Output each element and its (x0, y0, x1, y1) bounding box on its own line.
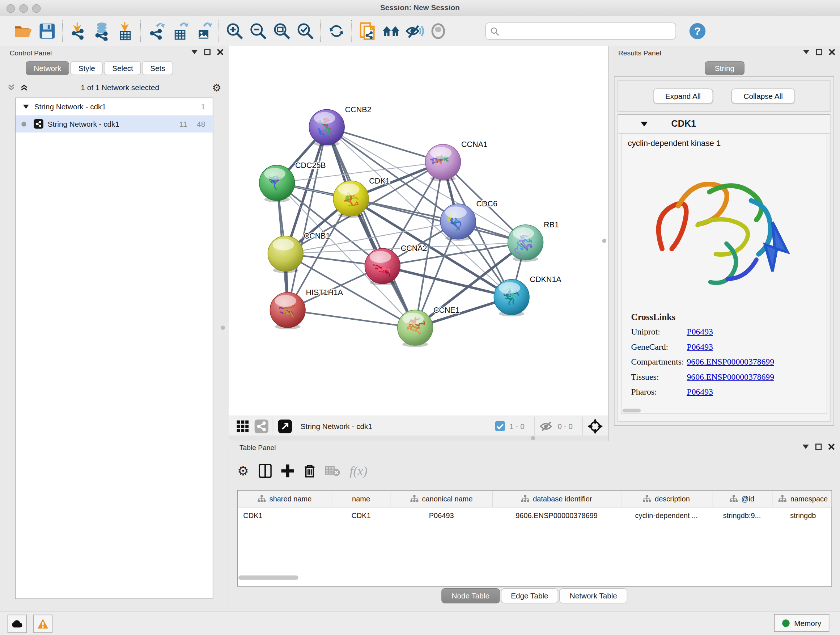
column-header[interactable]: name (332, 491, 391, 507)
birds-eye-toggle-icon[interactable] (588, 418, 603, 433)
column-header[interactable]: description (621, 491, 712, 507)
crosslink-link[interactable]: 9606.ENSP00000378699 (687, 357, 774, 367)
collapse-all-button[interactable]: Collapse All (731, 88, 795, 103)
help-icon[interactable]: ? (686, 19, 709, 43)
column-header[interactable]: @id (712, 491, 772, 507)
export-image-icon[interactable] (192, 19, 215, 43)
splitter-handle[interactable] (531, 436, 535, 440)
search-input[interactable] (499, 27, 671, 35)
cell-namespace[interactable]: stringdb (772, 507, 832, 524)
crosslink-link[interactable]: P06493 (687, 342, 713, 352)
horizontal-splitter[interactable] (229, 435, 608, 441)
cell-id[interactable]: stringdb:9... (712, 507, 772, 524)
memory-button[interactable]: Memory (774, 614, 829, 632)
tab-style[interactable]: Style (71, 61, 103, 75)
right-splitter-handle[interactable] (602, 239, 606, 243)
status-separator (583, 416, 584, 435)
selected-checkbox-icon[interactable] (495, 421, 505, 431)
export-network-icon[interactable] (145, 19, 168, 43)
grid-view-icon[interactable] (236, 420, 249, 432)
results-horizontal-scrollbar[interactable] (622, 409, 641, 412)
copy-document-icon[interactable] (355, 19, 379, 43)
tab-network-table[interactable]: Network Table (560, 588, 627, 603)
cell-name[interactable]: CDK1 (332, 507, 391, 524)
hidden-eye-icon[interactable] (539, 421, 554, 432)
float-panel-icon[interactable] (204, 49, 210, 55)
node-label-cdkn1a: CDKN1A (530, 275, 562, 284)
close-panel-icon[interactable] (828, 443, 835, 450)
close-panel-icon[interactable] (217, 49, 224, 55)
entry-collapse-icon[interactable] (641, 122, 647, 126)
node-cdc6[interactable]: CDC6 (440, 200, 497, 241)
open-session-icon[interactable] (12, 19, 35, 43)
crosslink-link[interactable]: P06493 (687, 387, 713, 397)
collapse-panel-icon[interactable] (803, 50, 810, 54)
network-collection-row[interactable]: String Network - cdk1 1 (16, 98, 213, 115)
node-ccnb2[interactable]: CCNB2 (309, 105, 371, 147)
network-share-view-icon[interactable] (254, 419, 268, 433)
save-session-icon[interactable] (35, 19, 59, 43)
delete-column-icon[interactable] (303, 464, 316, 478)
tab-node-table[interactable]: Node Table (441, 588, 500, 603)
zoom-out-icon[interactable] (246, 19, 270, 43)
cell-database-identifier[interactable]: 9606.ENSP00000378699 (493, 507, 621, 524)
gene-entry-header[interactable]: CDK1 (618, 115, 830, 134)
cell-description[interactable]: cyclin-dependent ... (621, 507, 712, 524)
tree-expand-icon[interactable] (23, 105, 29, 109)
column-header[interactable]: shared name (238, 491, 332, 507)
crosslink-link[interactable]: 9606.ENSP00000378699 (687, 372, 774, 382)
node-hist1h1a[interactable]: HIST1H1A (270, 288, 343, 329)
zoom-fit-icon[interactable] (270, 19, 294, 43)
network-row-selected[interactable]: String Network - cdk1 11 48 (16, 116, 213, 133)
left-splitter-handle[interactable] (221, 325, 225, 330)
import-network-icon[interactable] (66, 19, 90, 43)
node-ccne1[interactable]: CCNE1 (398, 306, 460, 347)
cell-canonical-name[interactable]: P06493 (391, 507, 493, 524)
tab-select[interactable]: Select (104, 61, 141, 75)
node-rb1[interactable]: RB1 (508, 220, 559, 262)
table-row[interactable]: CDK1 CDK1 P06493 9606.ENSP00000378699 cy… (238, 507, 832, 524)
cloud-status-button[interactable] (8, 615, 27, 633)
show-hide-graphics-icon[interactable] (403, 19, 426, 43)
main-toolbar: ? (0, 16, 840, 46)
home-networks-icon[interactable] (379, 19, 403, 43)
column-visibility-icon[interactable] (259, 464, 272, 478)
add-column-icon[interactable] (281, 464, 294, 478)
column-header[interactable]: database identifier (493, 491, 621, 507)
detach-view-icon[interactable] (278, 419, 292, 433)
zoom-in-icon[interactable] (223, 19, 246, 43)
table-horizontal-scrollbar[interactable] (238, 576, 298, 580)
collapse-panel-icon[interactable] (802, 445, 809, 449)
expand-all-networks-icon[interactable] (20, 84, 28, 91)
column-header[interactable]: namespace (772, 491, 832, 507)
tab-network[interactable]: Network (26, 61, 69, 75)
title-bar: Session: New Session (0, 0, 840, 17)
tab-sets[interactable]: Sets (142, 61, 173, 75)
import-table-icon[interactable] (114, 19, 137, 43)
warnings-button[interactable] (33, 615, 52, 633)
float-panel-icon[interactable] (815, 443, 822, 450)
tab-edge-table[interactable]: Edge Table (501, 588, 559, 603)
network-canvas[interactable]: CCNB2CCNA1CDC25BCDK1CDC6RB1CCNB1CCNA2CDK… (229, 46, 608, 416)
zoom-selected-icon[interactable] (294, 19, 317, 43)
export-table-icon[interactable] (168, 19, 192, 43)
node-cdkn1a[interactable]: CDKN1A (494, 275, 561, 317)
network-selection-summary: 1 of 1 Network selected (28, 83, 212, 92)
close-panel-icon[interactable] (829, 49, 835, 55)
node-label-ccnb2: CCNB2 (345, 105, 371, 114)
crosslink-link[interactable]: P06493 (687, 327, 713, 337)
search-field[interactable] (485, 22, 676, 40)
node-ccna2[interactable]: CCNA2 (365, 244, 427, 285)
refresh-icon[interactable] (325, 19, 348, 43)
network-options-gear-icon[interactable]: ⚙ (212, 81, 221, 93)
preview-eye-icon[interactable] (426, 19, 450, 43)
expand-all-button[interactable]: Expand All (653, 88, 713, 103)
tab-string[interactable]: String (705, 61, 745, 75)
cell-shared-name[interactable]: CDK1 (238, 507, 332, 524)
import-network-from-database-icon[interactable] (90, 19, 114, 43)
table-settings-gear-icon[interactable]: ⚙ (237, 463, 249, 478)
collapse-all-networks-icon[interactable] (8, 84, 15, 91)
float-panel-icon[interactable] (816, 49, 822, 55)
column-header[interactable]: canonical name (391, 491, 493, 507)
collapse-panel-icon[interactable] (191, 50, 198, 54)
